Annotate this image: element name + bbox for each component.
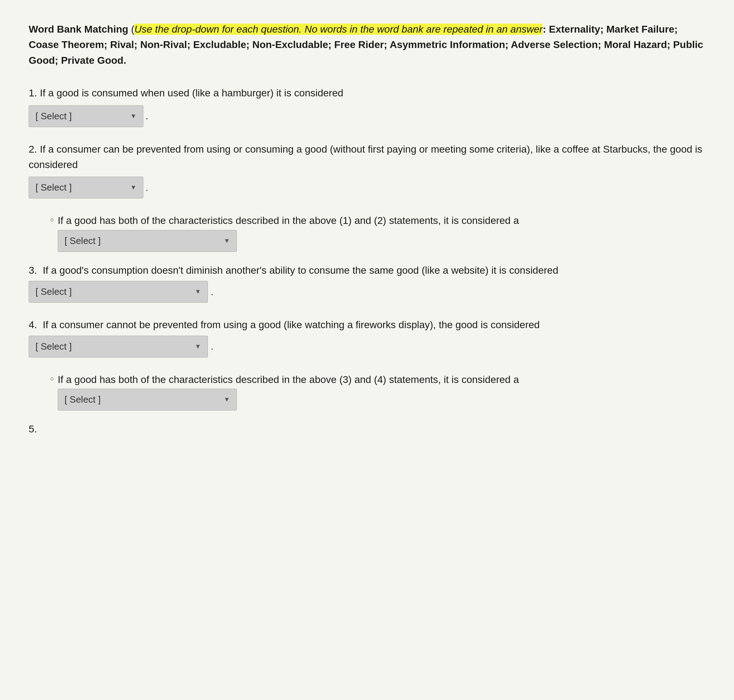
question-2-block: 2. If a consumer can be prevented from u…	[29, 141, 705, 199]
question-5-number: 5.	[29, 424, 37, 435]
question-1-arrow-icon: ▼	[130, 112, 137, 121]
question-1-select-label: [ Select ]	[35, 109, 72, 123]
question-2-select-label: [ Select ]	[35, 181, 72, 194]
sub-question-4-content: If a good has both of the characteristic…	[58, 372, 519, 410]
question-1-text: 1. If a good is consumed when used (like…	[29, 85, 705, 101]
sub-question-2-text-before: If a good has both of the characteristic…	[58, 215, 519, 226]
sub-question-2-arrow-icon: ▼	[224, 236, 230, 246]
question-4-period: .	[211, 339, 214, 354]
question-4-number: 4.	[29, 317, 40, 332]
question-1-dropdown[interactable]: [ Select ] ▼	[29, 105, 143, 127]
sub-question-2-block: ○ If a good has both of the characterist…	[50, 213, 705, 251]
sub-question-2-bullet: ○ If a good has both of the characterist…	[50, 213, 705, 251]
sub-4-bullet-icon: ○	[50, 374, 54, 384]
sub-question-4-bullet: ○ If a good has both of the characterist…	[50, 372, 705, 410]
question-3-line: 3. If a good's consumption doesn't dimin…	[29, 263, 705, 303]
sub-2-bullet-icon: ○	[50, 215, 54, 225]
question-3-block: 3. If a good's consumption doesn't dimin…	[29, 263, 705, 303]
question-2-period: .	[146, 180, 148, 195]
question-4-block: 4. If a consumer cannot be prevented fro…	[29, 317, 705, 357]
question-3-period: .	[211, 284, 214, 300]
question-2-arrow-icon: ▼	[130, 183, 137, 193]
question-4-dropdown[interactable]: [ Select ] ▼	[29, 336, 208, 357]
intro-text: Word Bank Matching (Use the drop-down fo…	[29, 22, 705, 68]
question-4-select-label: [ Select ]	[35, 340, 72, 354]
question-1-number: 1.	[29, 87, 40, 99]
intro-bold-label: Word Bank Matching	[29, 24, 128, 35]
question-4-text: If a consumer cannot be prevented from u…	[43, 317, 542, 332]
question-2-select-row: [ Select ] ▼ .	[29, 176, 705, 199]
question-2-text: 2. If a consumer can be prevented from u…	[29, 141, 705, 173]
question-3-number: 3.	[29, 263, 40, 278]
intro-block: Word Bank Matching (Use the drop-down fo…	[29, 22, 705, 68]
intro-highlighted: Use the drop-down for each question. No …	[134, 24, 542, 35]
question-1-period: .	[146, 109, 148, 124]
sub-question-4-block: ○ If a good has both of the characterist…	[50, 372, 705, 410]
sub-question-4-dropdown[interactable]: [ Select ] ▼	[58, 389, 237, 410]
question-5-block: 5.	[29, 421, 705, 437]
question-3-arrow-icon: ▼	[195, 287, 201, 297]
question-3-select-label: [ Select ]	[35, 285, 72, 299]
sub-question-4-arrow-icon: ▼	[224, 395, 230, 404]
sub-question-2-content: If a good has both of the characteristic…	[58, 213, 519, 251]
question-4-arrow-icon: ▼	[195, 342, 201, 351]
question-3-text: If a good's consumption doesn't diminish…	[43, 263, 561, 278]
sub-question-4-select-label: [ Select ]	[65, 393, 101, 407]
sub-question-4-text-before: If a good has both of the characteristic…	[58, 374, 519, 385]
sub-question-4-select-line: [ Select ] ▼	[58, 389, 519, 410]
question-3-dropdown[interactable]: [ Select ] ▼	[29, 281, 208, 303]
question-2-number: 2.	[29, 144, 40, 155]
question-2-dropdown[interactable]: [ Select ] ▼	[29, 176, 143, 199]
question-1-block: 1. If a good is consumed when used (like…	[29, 85, 705, 127]
question-1-select-row: [ Select ] ▼ .	[29, 105, 705, 127]
sub-question-2-select-label: [ Select ]	[65, 234, 101, 248]
question-4-line: 4. If a consumer cannot be prevented fro…	[29, 317, 705, 357]
sub-question-2-dropdown[interactable]: [ Select ] ▼	[58, 230, 237, 252]
sub-question-2-select-line: [ Select ] ▼	[58, 230, 519, 252]
